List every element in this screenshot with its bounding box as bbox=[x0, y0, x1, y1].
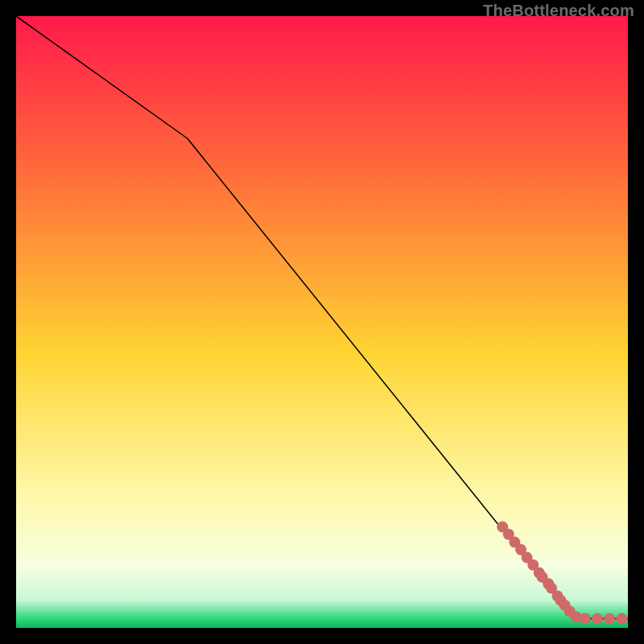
svg-point-15 bbox=[580, 613, 591, 625]
svg-point-17 bbox=[604, 613, 615, 625]
svg-point-18 bbox=[616, 613, 627, 625]
svg-point-16 bbox=[592, 613, 603, 625]
chart-container: TheBottleneck.com bbox=[0, 0, 644, 644]
chart-background bbox=[16, 16, 628, 628]
chart-plot bbox=[16, 16, 628, 628]
